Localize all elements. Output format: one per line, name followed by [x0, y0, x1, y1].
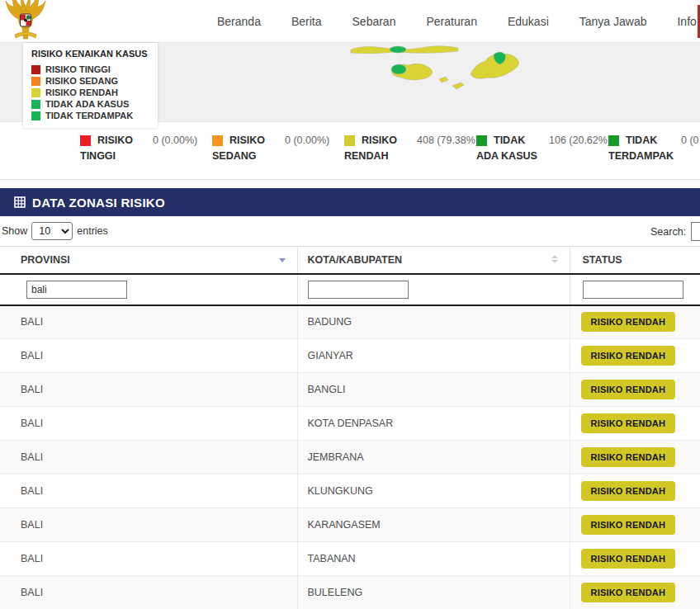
status-badge: RISIKO RENDAH: [581, 549, 676, 569]
show-label: Show: [2, 225, 27, 237]
map-islands-icon: [347, 43, 545, 92]
legend-item: RISIKO SEDANG: [31, 76, 148, 86]
cell-kota: KARANGASEM: [297, 508, 570, 542]
legend-label: TIDAK ADA KASUS: [45, 99, 129, 109]
filter-kota-input[interactable]: [308, 281, 409, 299]
legend-label: TIDAK TERDAMPAK: [45, 111, 133, 120]
legend-swatch-icon: [31, 65, 40, 74]
legend-swatch-icon: [31, 77, 40, 86]
status-badge: RISIKO RENDAH: [581, 413, 676, 433]
cell-kota: BANGLI: [297, 373, 570, 407]
cell-provinsi: BALI: [0, 474, 297, 508]
table-body: BALI BADUNG RISIKO RENDAH BALI GIANYAR R…: [0, 305, 700, 609]
table-row: BALI KLUNGKUNG RISIKO RENDAH: [0, 474, 700, 508]
table-header-row: PROVINSI KOTA/KABUPATEN STATUS: [0, 247, 700, 274]
legend-swatch-icon: [31, 100, 40, 109]
nav-link[interactable]: Info Penting: [677, 15, 700, 28]
cell-status: RISIKO RENDAH: [570, 542, 700, 576]
stat-value: 0 (0: [681, 133, 699, 179]
status-badge: RISIKO RENDAH: [581, 583, 676, 602]
cell-provinsi: BALI: [0, 542, 297, 576]
stat-item: TIDAK ADA KASUS 106 (20.62%): [476, 133, 608, 179]
risk-map[interactable]: RISIKO KENAIKAN KASUS RISIKO TINGGI RISI…: [0, 43, 700, 122]
nav-link[interactable]: Peraturan: [426, 15, 476, 28]
nav-link[interactable]: Beranda: [217, 15, 261, 28]
cell-kota: KOTA DENPASAR: [297, 407, 570, 441]
table-row: BALI JEMBRANA RISIKO RENDAH: [0, 441, 700, 474]
stat-label: RISIKO SEDANG: [212, 133, 285, 179]
site-header: BerandaBeritaSebaranPeraturanEdukasiTany…: [0, 0, 700, 43]
table-search: Search:: [650, 222, 700, 241]
status-badge: RISIKO RENDAH: [581, 380, 676, 399]
zonasi-risiko-table: PROVINSI KOTA/KABUPATEN STATUS BALI BADU…: [0, 246, 700, 609]
risk-stats-row: RISIKO TINGGI 0 (0.00%) RISIKO SEDANG 0 …: [0, 122, 700, 180]
column-header-status[interactable]: STATUS: [570, 247, 700, 274]
entries-label: entries: [77, 225, 108, 237]
cell-status: RISIKO RENDAH: [570, 305, 700, 339]
legend-item: RISIKO TINGGI: [31, 64, 148, 74]
legend-label: RISIKO RENDAH: [45, 87, 118, 97]
legend-item: TIDAK TERDAMPAK: [31, 111, 148, 120]
stat-value: 0 (0.00%): [285, 133, 329, 179]
main-nav: BerandaBeritaSebaranPeraturanEdukasiTany…: [217, 0, 700, 43]
stat-label: RISIKO TINGGI: [80, 133, 153, 179]
stat-swatch-icon: [344, 135, 355, 146]
cell-provinsi: BALI: [0, 373, 297, 407]
stat-swatch-icon: [608, 135, 619, 146]
status-badge: RISIKO RENDAH: [581, 447, 676, 467]
table-row: BALI BANGLI RISIKO RENDAH: [0, 373, 700, 407]
column-header-provinsi[interactable]: PROVINSI: [0, 247, 297, 274]
stat-label: RISIKO RENDAH: [344, 133, 417, 179]
filter-provinsi-input[interactable]: [26, 281, 127, 299]
stat-item: RISIKO RENDAH 408 (79.38%): [344, 133, 476, 179]
table-filter-row: [0, 274, 700, 305]
status-badge: RISIKO RENDAH: [581, 346, 676, 366]
legend-label: RISIKO SEDANG: [45, 76, 118, 86]
cell-status: RISIKO RENDAH: [570, 474, 700, 508]
cell-status: RISIKO RENDAH: [570, 441, 700, 474]
table-controls: Show 10 entries Search:: [0, 216, 700, 246]
table-row: BALI BADUNG RISIKO RENDAH: [0, 305, 700, 339]
stat-label: TIDAK ADA KASUS: [476, 133, 549, 179]
nav-link[interactable]: Sebaran: [352, 15, 396, 28]
sort-unsorted-icon[interactable]: [551, 255, 558, 263]
status-badge: RISIKO RENDAH: [581, 312, 676, 332]
sort-descending-icon[interactable]: [279, 258, 286, 262]
cell-status: RISIKO RENDAH: [570, 373, 700, 407]
legend-swatch-icon: [31, 111, 40, 120]
stat-value: 408 (79.38%): [417, 133, 479, 179]
column-header-kota[interactable]: KOTA/KABUPATEN: [297, 247, 570, 274]
panel-header: DATA ZONASI RISIKO: [0, 188, 700, 216]
cell-status: RISIKO RENDAH: [570, 508, 700, 542]
nav-link[interactable]: Tanya Jawab: [579, 15, 647, 28]
search-input[interactable]: [691, 222, 700, 241]
stat-item: TIDAK TERDAMPAK 0 (0: [608, 133, 700, 179]
table-row: BALI GIANYAR RISIKO RENDAH: [0, 339, 700, 373]
filter-status-input[interactable]: [583, 281, 683, 299]
legend-label: RISIKO TINGGI: [45, 64, 111, 74]
cell-provinsi: BALI: [0, 305, 297, 339]
cell-kota: JEMBRANA: [297, 441, 570, 474]
nav-link[interactable]: Edukasi: [508, 15, 549, 28]
table-row: BALI KOTA DENPASAR RISIKO RENDAH: [0, 407, 700, 441]
status-badge: RISIKO RENDAH: [581, 515, 676, 535]
stat-swatch-icon: [80, 135, 91, 146]
stat-value: 106 (20.62%): [549, 133, 611, 179]
legend-items: RISIKO TINGGI RISIKO SEDANG RISIKO RENDA…: [31, 64, 148, 120]
nav-link[interactable]: Berita: [291, 15, 322, 28]
stat-label: TIDAK TERDAMPAK: [608, 133, 681, 179]
legend-swatch-icon: [31, 88, 40, 97]
cell-status: RISIKO RENDAH: [570, 576, 700, 609]
cell-provinsi: BALI: [0, 339, 297, 373]
table-row: BALI BULELENG RISIKO RENDAH: [0, 576, 700, 609]
cell-kota: GIANYAR: [297, 339, 570, 373]
legend-item: TIDAK ADA KASUS: [31, 99, 148, 109]
cell-provinsi: BALI: [0, 508, 297, 542]
cell-kota: BADUNG: [297, 305, 570, 339]
cell-status: RISIKO RENDAH: [570, 407, 700, 441]
map-legend: RISIKO KENAIKAN KASUS RISIKO TINGGI RISI…: [23, 43, 158, 128]
cell-provinsi: BALI: [0, 576, 297, 609]
stat-swatch-icon: [476, 135, 487, 146]
page-length-select[interactable]: 10: [31, 222, 73, 240]
garuda-pancasila-logo-icon[interactable]: [4, 0, 47, 45]
